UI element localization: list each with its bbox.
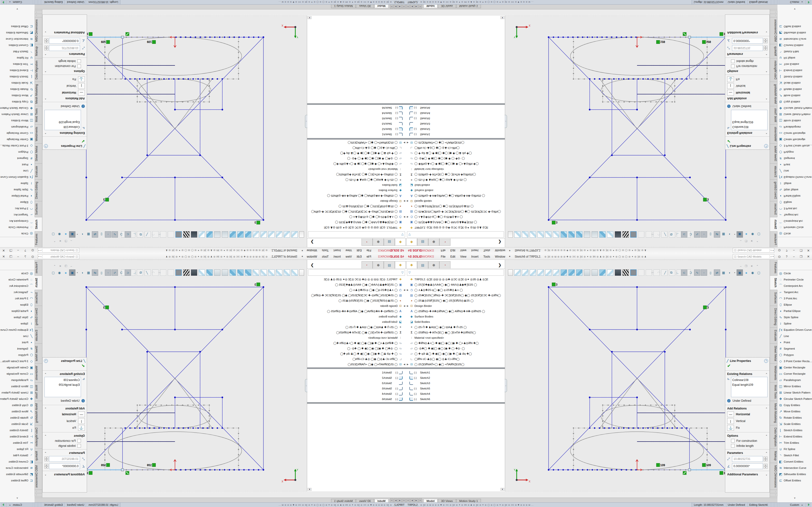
tab-nav-button[interactable]: ◀ xyxy=(410,5,414,9)
add-relation-button[interactable]: | Vertical xyxy=(43,82,87,89)
feature-manager-tab[interactable]: ⊕ xyxy=(373,261,384,269)
panel-collapse-grip[interactable]: ○ xyxy=(505,379,507,392)
minimize-button[interactable]: – xyxy=(790,255,798,258)
menu-item[interactable]: Window xyxy=(493,249,508,252)
palette-item[interactable]: ↗ Move Entities xyxy=(777,408,812,414)
palette-item[interactable]: # Segment xyxy=(0,345,35,352)
tree-row[interactable]: ◪ Solid Bodies xyxy=(406,319,505,325)
tree-row[interactable]: ▶ ⊟ Design Binder xyxy=(307,303,406,308)
sketch-row[interactable]: (-) Sketch4 xyxy=(406,111,505,116)
search-input[interactable]: ◫ Search CAD Models ⌕ ▾ xyxy=(733,248,774,253)
menu-item[interactable]: File xyxy=(364,249,373,252)
palette-item[interactable]: ▱ Parallelogram xyxy=(0,124,35,130)
tag-icon[interactable]: ❥ xyxy=(0,503,7,507)
command-tab[interactable]: Weldments xyxy=(770,363,777,383)
tree-row[interactable]: ❖ TЯPDL2. ◎ƷƐ ◎Ш ◎ ◎ ◎✚ ◎ƆC ◎ƷƐ ◎✦ ◎Ǝ5 ◎… xyxy=(307,225,406,230)
palette-item[interactable]: ⇲ Scale Entities xyxy=(777,421,812,427)
palette-item[interactable]: ╱ Line xyxy=(0,168,35,174)
tab-nav-button[interactable]: ▶ xyxy=(394,498,398,503)
tree-row[interactable]: ◕ ◯ Ƨ5♟◎Ƨ5ͶƷƐƧ5◯ ◉◯ Ƨ5ƷƐͶƧ5◎♟Ƨ5 ◯ xyxy=(406,204,505,209)
tab-nav-button[interactable]: ◀ xyxy=(410,498,414,503)
relation-type-icon[interactable]: ⚓ xyxy=(78,425,85,431)
sketch-row[interactable]: (-) Sketch4 xyxy=(307,111,406,116)
palette-item[interactable]: ✂ Trim Entities xyxy=(777,61,812,67)
palette-item[interactable]: ⊞ Linear Sketch Pattern xyxy=(0,111,35,118)
tab-nav-button[interactable]: ⤆ xyxy=(402,5,406,9)
tree-row[interactable]: ◆ Surface Bodies xyxy=(307,188,406,193)
palette-item[interactable]: ▣ Center Rectangle xyxy=(777,364,812,371)
palette-item[interactable]: ◧ Convert Entities xyxy=(777,458,812,465)
palette-item[interactable]: ╱ Line xyxy=(777,168,812,174)
option-row[interactable]: For construction xyxy=(43,64,87,69)
palette-item[interactable]: ⊢ Extend Entities xyxy=(777,67,812,74)
add-relation-button[interactable]: — Horizontal xyxy=(725,89,769,96)
palette-item[interactable]: ⌊ Stretch Entities xyxy=(0,427,35,433)
tree-row[interactable]: ◕ ◯ Ƨ5♟◎Ƨ5ͶƷƐƧ5◯ ◉◯ Ƨ5ƷƐͶƧ5◎♟Ƨ5 ◯ xyxy=(307,298,406,303)
palette-item[interactable]: ≋ Intersection Curve xyxy=(777,465,812,471)
tree-row[interactable]: ✦ ◯ Ƨ5·Ո ✱ ♟ΑШ◯ ◉◯ ШΑ♟ ✱ Ո·Ƨ5 ◯ xyxy=(307,177,406,182)
doc-tab[interactable]: Model xyxy=(423,4,438,8)
command-tab[interactable]: Weldments xyxy=(35,124,42,144)
add-relation-button[interactable]: — Horizontal xyxy=(43,411,87,418)
sketch-row[interactable]: (-) Sketch2 xyxy=(307,375,406,381)
tab-nav-button[interactable]: ◀ xyxy=(398,498,402,503)
tree-row[interactable]: ▱ ◯ ·◎✚◯ ✱ ◉[◯ ◉◯ ]◉ ✱ ◯ ✚◎· ◯ xyxy=(406,346,505,351)
command-tab[interactable]: .. xyxy=(770,493,777,497)
pin-icon[interactable]: ✦ xyxy=(301,255,303,258)
sketch-row[interactable]: (-) Sketch1 xyxy=(307,132,406,137)
tree-row[interactable]: ◆ Surface Bodies xyxy=(406,314,505,319)
doc-tab[interactable]: Motion Study 1 xyxy=(331,4,356,8)
tree-expander-icon[interactable]: ▶ xyxy=(403,142,406,144)
option-row[interactable]: For construction xyxy=(725,64,769,69)
palette-item[interactable]: ⧉ Copy Entities xyxy=(0,402,35,408)
palette-item[interactable]: ◠ 3 Point Arc xyxy=(0,206,35,212)
tree-row[interactable]: ▤ ◯ Ƨ5✚ƷƐƧ5◯ͶΝ◎◦✚ ƆCƷƐͶƷƐƧ5◯ ◉◯ Ƨ5ƷƐͶƷƐƆ… xyxy=(406,209,505,214)
account-icon[interactable]: ⊙ xyxy=(29,255,36,259)
command-tab[interactable]: Mold Tools xyxy=(770,383,777,401)
command-tab[interactable]: Direct Editing xyxy=(770,179,777,201)
panel-collapse-grip[interactable]: ○ xyxy=(305,115,307,128)
menu-item[interactable]: Insert xyxy=(469,249,481,252)
palette-item[interactable]: ▪ Point xyxy=(0,339,35,345)
command-tab[interactable]: Direct Editing xyxy=(35,306,42,328)
search-dropdown-icon[interactable]: ▾ xyxy=(38,249,39,251)
expand-icon[interactable]: ⌄ xyxy=(766,473,767,476)
tree-row[interactable]: ▶ ⊟ ◯ Ƨ5ƷƐͶΝΑՈ+◯ ◉◯ +ՈΑͶΝƷƐƧ5◯ xyxy=(307,362,406,367)
help-icon[interactable]: ? xyxy=(44,359,48,363)
palette-item[interactable]: ◝ Sketch Fillet xyxy=(0,49,35,55)
palette-item[interactable]: ƒx Equation Driven Curve xyxy=(0,327,35,333)
command-tab[interactable]: .. xyxy=(770,490,777,493)
palette-item[interactable]: ▣ Center Rectangle xyxy=(777,136,812,143)
relation-type-icon[interactable]: | xyxy=(78,83,85,89)
palette-item[interactable]: ⌐ Tangent Arc xyxy=(777,289,812,295)
units-dropdown[interactable]: Custom ▲ xyxy=(7,0,33,4)
minimize-button[interactable]: – xyxy=(14,255,22,258)
tree-row[interactable]: ▱ ◯ ✚ͶΝ◎♟+◯ ✱ ◉[◯ ◉◯ ]◉ ✱ ◯+♟◎ͶΝ ✚◯ xyxy=(307,161,406,167)
palette-item[interactable]: ⌐ Tangent Arc xyxy=(0,289,35,295)
menu-item[interactable]: Edit xyxy=(354,255,364,258)
menu-item[interactable]: Tools xyxy=(481,249,493,252)
menu-item[interactable]: File xyxy=(439,249,448,252)
sketch-row[interactable]: (-) Sketch4 xyxy=(406,391,505,396)
relation-type-icon[interactable]: — xyxy=(727,411,734,417)
palette-item[interactable]: ⊏ Offset Entities xyxy=(0,477,35,484)
doc-tab[interactable]: Model xyxy=(374,4,389,8)
relation-type-icon[interactable]: | xyxy=(727,83,734,89)
relation-type-icon[interactable]: | xyxy=(78,418,85,424)
palette-item[interactable]: ⌊ Stretch Entities xyxy=(0,74,35,80)
command-tab[interactable]: Evaluate xyxy=(35,163,42,179)
tag-icon[interactable]: ❥ xyxy=(805,503,812,507)
option-row[interactable]: Infinite length xyxy=(43,443,87,448)
relation-type-icon[interactable]: ⚓ xyxy=(78,76,85,82)
palette-item[interactable]: ≀ Spline xyxy=(0,320,35,327)
command-tab[interactable]: .. xyxy=(35,14,42,17)
palette-item[interactable]: ⊢ Extend Entities xyxy=(777,433,812,440)
search-dropdown-icon[interactable]: ▾ xyxy=(38,256,39,258)
tree-filter-input[interactable]: ▽ xyxy=(308,270,405,276)
tree-row[interactable]: ✦ ◯ Ƨ5·Ո ✱ ♟ΑШ◯ ◉◯ ШΑ♟ ✱ Ո·Ƨ5 ◯ xyxy=(307,325,406,330)
tree-row[interactable]: ∟ ◯ͶΝ◦ɔC◦♟◎◯ ◉◯ ◎♟◦Cɔ◦ͶΝ◯ xyxy=(406,356,505,362)
help-icon[interactable]: ? xyxy=(22,255,29,258)
sketch-row[interactable]: Sketch3 xyxy=(406,381,505,386)
palette-item[interactable]: ⌐ Tangent Arc xyxy=(777,212,812,218)
palette-item[interactable]: ▪ Point xyxy=(0,162,35,168)
